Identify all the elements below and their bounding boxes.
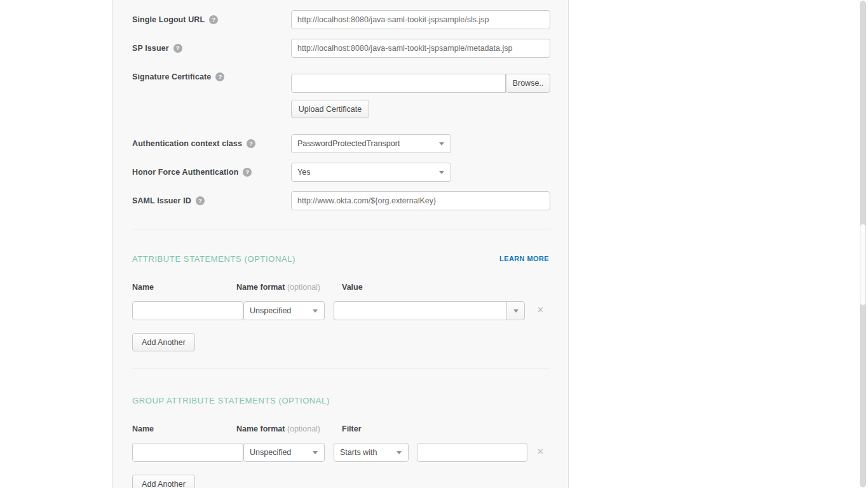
help-icon[interactable]: ? (209, 15, 218, 24)
honor-force-authentication-label: Honor Force Authentication ? (132, 163, 252, 182)
group-name-input[interactable] (132, 443, 243, 462)
single-logout-url-input[interactable] (291, 10, 550, 29)
attr-name-input[interactable] (132, 301, 243, 320)
group-name-format-value: Unspecified (250, 448, 291, 457)
saml-settings-page: Single Logout URL ? SP Issuer ? Signatur… (0, 0, 868, 488)
chevron-down-icon (439, 142, 444, 146)
saml-issuer-id-label-text: SAML Issuer ID (132, 196, 191, 205)
group-filter-type-value: Starts with (340, 448, 377, 457)
learn-more-link[interactable]: LEARN MORE (499, 255, 549, 262)
honor-force-authentication-value: Yes (297, 168, 310, 177)
group-attribute-statements-heading: GROUP ATTRIBUTE STATEMENTS (OPTIONAL) (132, 396, 330, 405)
group-name-format-optional-note: (optional) (287, 424, 320, 433)
attr-name-format-column-header: Name format (optional) (236, 283, 320, 292)
browse-button[interactable]: Browse.. (506, 74, 550, 93)
attr-value-combobox (334, 301, 525, 320)
attr-name-format-column-label: Name format (236, 283, 285, 292)
signature-certificate-label: Signature Certificate ? (132, 67, 224, 86)
sp-issuer-input[interactable] (291, 39, 550, 58)
attr-value-column-header: Value (342, 283, 363, 292)
chevron-down-icon (397, 451, 402, 454)
single-logout-url-label: Single Logout URL ? (132, 10, 218, 29)
remove-group-row-icon[interactable]: ✕ (537, 447, 544, 456)
attr-name-column-label: Name (132, 283, 154, 292)
help-icon[interactable]: ? (247, 139, 255, 148)
attr-name-format-select[interactable]: Unspecified (243, 301, 325, 320)
attr-value-input[interactable] (334, 301, 506, 320)
group-add-another-button[interactable]: Add Another (132, 475, 195, 488)
group-name-column-label: Name (132, 424, 154, 433)
single-logout-url-label-text: Single Logout URL (132, 15, 205, 24)
group-filter-type-select[interactable]: Starts with (334, 443, 409, 462)
sp-issuer-label-text: SP Issuer (132, 44, 169, 53)
saml-issuer-id-input[interactable] (291, 191, 550, 210)
authentication-context-class-label-text: Authentication context class (132, 139, 242, 148)
remove-attr-row-icon[interactable]: ✕ (537, 306, 544, 314)
group-filter-column-label: Filter (342, 424, 362, 433)
section-divider (132, 229, 550, 229)
chevron-down-icon (513, 309, 519, 313)
sp-issuer-label: SP Issuer ? (132, 39, 182, 58)
attr-name-column-header: Name (132, 283, 154, 292)
attr-name-format-value: Unspecified (250, 306, 291, 315)
scrollbar-track[interactable] (860, 1, 866, 487)
honor-force-authentication-label-text: Honor Force Authentication (132, 168, 238, 177)
chevron-down-icon (439, 171, 444, 174)
authentication-context-class-value: PasswordProtectedTransport (297, 139, 400, 148)
upload-certificate-button[interactable]: Upload Certificate (291, 100, 369, 118)
group-filter-value-input[interactable] (417, 443, 527, 462)
help-icon[interactable]: ? (196, 196, 205, 205)
group-filter-column-header: Filter (342, 424, 362, 433)
group-name-format-column-label: Name format (236, 424, 285, 433)
scrollbar-thumb[interactable] (860, 224, 865, 305)
section-divider (132, 369, 550, 369)
group-name-column-header: Name (132, 424, 154, 433)
authentication-context-class-label: Authentication context class ? (132, 134, 255, 153)
signature-certificate-file-input[interactable] (291, 74, 506, 93)
group-name-format-column-header: Name format (optional) (236, 424, 320, 433)
signature-certificate-label-text: Signature Certificate (132, 72, 211, 81)
attribute-statements-heading: ATTRIBUTE STATEMENTS (OPTIONAL) (132, 254, 295, 264)
authentication-context-class-select[interactable]: PasswordProtectedTransport (291, 134, 451, 153)
help-icon[interactable]: ? (173, 44, 182, 53)
attr-add-another-button[interactable]: Add Another (132, 333, 195, 351)
attr-value-dropdown-button[interactable] (506, 301, 525, 320)
help-icon[interactable]: ? (243, 168, 252, 177)
chevron-down-icon (313, 451, 318, 454)
attr-name-format-optional-note: (optional) (287, 283, 320, 292)
saml-issuer-id-label: SAML Issuer ID ? (132, 191, 205, 210)
saml-settings-card: Single Logout URL ? SP Issuer ? Signatur… (112, 0, 569, 488)
attr-value-column-label: Value (342, 283, 363, 292)
chevron-down-icon (313, 309, 318, 313)
group-name-format-select[interactable]: Unspecified (243, 443, 325, 462)
help-icon[interactable]: ? (215, 72, 224, 81)
honor-force-authentication-select[interactable]: Yes (291, 163, 451, 182)
